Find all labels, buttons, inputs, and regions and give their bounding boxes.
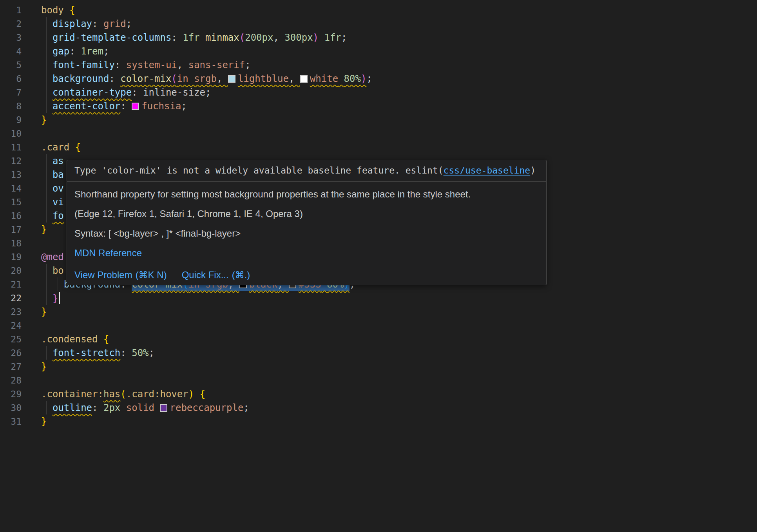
code-token: in srgb — [177, 73, 217, 84]
line-number[interactable]: 21 — [0, 279, 22, 290]
code-line[interactable]: 1body { — [0, 3, 757, 17]
code-token: } — [41, 416, 47, 427]
code-line[interactable]: 25.condensed { — [0, 332, 757, 346]
code-token: fo — [53, 210, 64, 221]
code-token: , — [273, 32, 284, 43]
line-number[interactable]: 3 — [0, 33, 22, 43]
line-number[interactable]: 22 — [0, 293, 22, 303]
line-number[interactable]: 8 — [0, 101, 22, 111]
code-line[interactable]: 6 background: color-mix(in srgb, lightbl… — [0, 72, 757, 85]
line-number[interactable]: 1 — [0, 5, 22, 15]
code-token — [338, 73, 344, 84]
line-number[interactable]: 7 — [0, 87, 22, 98]
code-token: .condensed — [41, 334, 103, 345]
code-line[interactable]: 31} — [0, 414, 757, 428]
action-keybinding: (⌘K N) — [136, 270, 167, 280]
line-content: container-type: inline-size; — [41, 87, 211, 98]
line-number[interactable]: 23 — [0, 307, 22, 317]
code-token: ; — [181, 101, 187, 112]
line-number[interactable]: 30 — [0, 403, 22, 413]
color-swatch[interactable] — [300, 75, 308, 83]
line-number[interactable]: 14 — [0, 183, 22, 194]
code-line[interactable]: 3 grid-template-columns: 1fr minmax(200p… — [0, 31, 757, 44]
code-line[interactable]: 29.container:has(.card:hover) { — [0, 387, 757, 401]
text-cursor — [59, 292, 60, 304]
code-token: fuchsia — [132, 101, 181, 112]
line-number[interactable]: 20 — [0, 266, 22, 276]
code-token: 200px — [245, 32, 273, 43]
line-number[interactable]: 12 — [0, 156, 22, 166]
line-number[interactable]: 25 — [0, 334, 22, 344]
code-token — [41, 60, 53, 71]
code-token: .card:hover — [126, 389, 188, 400]
line-number[interactable]: 13 — [0, 170, 22, 180]
code-line[interactable]: 2 display: grid; — [0, 17, 757, 31]
line-number[interactable]: 4 — [0, 46, 22, 56]
color-swatch[interactable] — [228, 75, 235, 83]
line-number[interactable]: 29 — [0, 389, 22, 399]
view-problem-button[interactable]: View Problem(⌘K N) — [74, 270, 167, 280]
code-line[interactable]: 22 } — [0, 291, 757, 305]
line-number[interactable]: 31 — [0, 416, 22, 427]
code-line[interactable]: 28 — [0, 373, 757, 387]
code-line[interactable]: 23} — [0, 305, 757, 318]
line-number[interactable]: 11 — [0, 142, 22, 152]
code-token: ) — [313, 32, 319, 43]
code-token: lightblue — [228, 73, 289, 84]
code-token — [120, 402, 126, 413]
color-swatch[interactable] — [160, 404, 167, 412]
indent-guide — [46, 264, 47, 305]
code-line[interactable]: 4 gap: 1rem; — [0, 44, 757, 58]
mdn-reference-link[interactable]: MDN Reference — [67, 243, 546, 263]
code-line[interactable]: 7 container-type: inline-size; — [0, 85, 757, 99]
code-line[interactable]: 5 font-family: system-ui, sans-serif; — [0, 58, 757, 72]
line-number[interactable]: 16 — [0, 211, 22, 221]
code-line[interactable]: 24 — [0, 318, 757, 332]
line-content: } — [41, 292, 60, 304]
code-line[interactable]: 10 — [0, 127, 757, 140]
eslint-rule-link[interactable]: css/use-baseline — [444, 165, 531, 176]
quick-fix-button[interactable]: Quick Fix...(⌘.) — [182, 270, 250, 280]
line-number[interactable]: 2 — [0, 19, 22, 29]
code-line[interactable]: 11.card { — [0, 140, 757, 154]
code-token: ( — [171, 73, 177, 84]
code-token — [41, 156, 53, 166]
code-token: { — [200, 389, 205, 400]
code-line[interactable]: 26 font-stretch: 50%; — [0, 346, 757, 360]
code-token: } — [53, 293, 58, 304]
line-number[interactable]: 10 — [0, 128, 22, 139]
line-number[interactable]: 24 — [0, 320, 22, 331]
code-line[interactable]: 9} — [0, 113, 757, 127]
line-number[interactable]: 28 — [0, 375, 22, 385]
line-number[interactable]: 18 — [0, 238, 22, 248]
code-line[interactable]: 30 outline: 2px solid rebeccapurple; — [0, 401, 757, 414]
line-content: vi — [41, 197, 64, 208]
code-token: 1fr — [183, 32, 205, 43]
code-token: ; — [103, 46, 109, 57]
code-token: as — [53, 156, 64, 166]
code-token: { — [69, 5, 75, 16]
code-token: white — [300, 73, 338, 84]
code-token: outline — [53, 402, 92, 413]
code-line[interactable]: 27} — [0, 360, 757, 373]
code-token — [41, 293, 53, 304]
line-content: .card { — [41, 142, 81, 153]
line-number[interactable]: 19 — [0, 252, 22, 262]
doc-summary: Shorthand property for setting most back… — [67, 185, 546, 204]
line-number[interactable]: 17 — [0, 224, 22, 235]
line-number[interactable]: 9 — [0, 115, 22, 125]
code-token: accent-color — [53, 101, 120, 112]
line-number[interactable]: 27 — [0, 362, 22, 372]
code-token: container-type — [53, 87, 132, 98]
code-line[interactable]: 8 accent-color: fuchsia; — [0, 99, 757, 113]
line-content: font-stretch: 50%; — [41, 347, 154, 358]
color-swatch[interactable] — [132, 103, 139, 110]
code-token: 300px — [284, 32, 313, 43]
line-number[interactable]: 6 — [0, 74, 22, 84]
tooltip-actions: View Problem(⌘K N) Quick Fix...(⌘.) — [67, 265, 546, 285]
line-number[interactable]: 5 — [0, 60, 22, 70]
line-number[interactable]: 26 — [0, 348, 22, 358]
line-content: } — [41, 114, 47, 125]
code-token — [41, 347, 53, 358]
line-number[interactable]: 15 — [0, 197, 22, 207]
